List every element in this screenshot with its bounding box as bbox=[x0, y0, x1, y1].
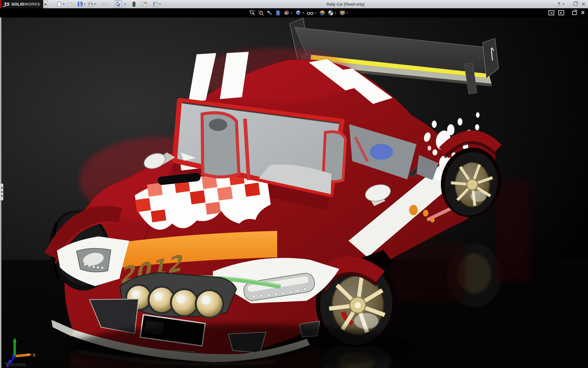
window-controls: ? ▼ ✕ bbox=[558, 0, 586, 8]
note-pencil-icon bbox=[142, 2, 147, 7]
options-button[interactable]: ▼ bbox=[152, 0, 162, 8]
new-dropdown-arrow[interactable]: ▼ bbox=[62, 3, 65, 6]
eyeglasses-icon bbox=[307, 10, 314, 16]
orientation-cube-icon bbox=[284, 10, 290, 16]
shaded-cube-icon bbox=[295, 10, 301, 16]
open-button[interactable]: ▼ bbox=[66, 0, 76, 8]
magnifier-fit-icon bbox=[249, 10, 255, 16]
apply-scene-dropdown-arrow[interactable]: ▼ bbox=[334, 12, 337, 14]
monitor-icon bbox=[339, 10, 345, 16]
document-window-controls: ◀ ▶ ✕ bbox=[548, 9, 585, 16]
collapse-arrow-icon bbox=[1, 195, 2, 197]
previous-view-button[interactable] bbox=[266, 10, 273, 16]
collapse-arrow-icon bbox=[1, 187, 2, 189]
open-dropdown-arrow[interactable]: ▼ bbox=[73, 3, 75, 6]
display-style-dropdown-arrow[interactable]: ▼ bbox=[302, 12, 304, 14]
view-settings-button[interactable]: ▼ bbox=[339, 10, 349, 16]
view-orientation-label: *Dimetric bbox=[4, 362, 26, 368]
pane-back-button[interactable]: ◀ bbox=[548, 10, 554, 15]
title-bar: ƷS SOLIDWORKS ▶ ▼ ▼ ▼ ▼ ▼ ▼ bbox=[0, 0, 588, 9]
close-button[interactable]: ✕ bbox=[582, 0, 586, 8]
select-dropdown-arrow[interactable]: ▼ bbox=[124, 3, 126, 6]
solidworks-logo: ƷS SOLIDWORKS bbox=[0, 0, 43, 8]
window-title: Rally Car [Read-only] bbox=[326, 0, 364, 8]
new-button[interactable]: ▼ bbox=[56, 0, 66, 8]
cursor-arrow-icon bbox=[116, 2, 121, 7]
magnifier-area-icon bbox=[258, 10, 264, 16]
open-folder-icon bbox=[67, 2, 72, 7]
toolbar-flyout-arrow[interactable]: ▶ bbox=[44, 1, 48, 8]
collapse-arrow-icon bbox=[1, 191, 2, 193]
view-orientation-button[interactable]: ▼ bbox=[283, 10, 293, 16]
pane-forward-button[interactable]: ▶ bbox=[558, 10, 564, 15]
color-sphere-icon bbox=[319, 10, 325, 16]
display-style-button[interactable]: ▼ bbox=[295, 10, 305, 16]
save-dropdown-arrow[interactable]: ▼ bbox=[83, 3, 86, 6]
view-orientation-dropdown-arrow[interactable]: ▼ bbox=[290, 12, 293, 14]
rebuild-button[interactable] bbox=[131, 0, 137, 8]
select-dropdown[interactable]: ▼ bbox=[122, 0, 127, 8]
triad-x-label: X bbox=[32, 352, 36, 358]
help-button[interactable]: ? bbox=[558, 0, 560, 8]
section-view-button[interactable] bbox=[274, 10, 282, 16]
brand-name-bold: SOLID bbox=[11, 2, 24, 6]
select-button[interactable] bbox=[115, 0, 122, 8]
traffic-light-icon bbox=[132, 2, 136, 7]
back-arrow-wand-icon bbox=[266, 10, 273, 16]
zoom-to-fit-button[interactable] bbox=[249, 10, 256, 16]
edit-appearance-button[interactable] bbox=[318, 10, 326, 16]
triad-x-axis bbox=[16, 355, 29, 356]
zoom-to-area-button[interactable] bbox=[257, 10, 265, 16]
floppy-disk-icon bbox=[77, 2, 83, 7]
doc-close-button[interactable]: ✕ bbox=[581, 10, 585, 15]
printer-icon bbox=[88, 2, 93, 7]
headlight-left bbox=[77, 248, 111, 272]
view-settings-dropdown-arrow[interactable]: ▼ bbox=[346, 12, 349, 14]
headsup-view-toolbar: ▼ ▼ ▼ ▼ ▼ bbox=[249, 9, 349, 17]
car-shadow bbox=[70, 324, 413, 368]
apply-scene-button[interactable]: ▼ bbox=[327, 10, 337, 16]
undo-dropdown-arrow[interactable]: ▼ bbox=[108, 3, 110, 6]
hide-show-items-button[interactable]: ▼ bbox=[306, 10, 317, 16]
brand-name-rest: WORKS bbox=[24, 2, 40, 6]
standard-toolbar: ▼ ▼ ▼ ▼ ▼ ▼ bbox=[56, 0, 162, 8]
brand-3ds-glyph: ƷS bbox=[3, 2, 10, 7]
restore-button[interactable] bbox=[573, 0, 577, 8]
new-document-icon bbox=[57, 2, 62, 7]
print-dropdown-arrow[interactable]: ▼ bbox=[94, 3, 96, 6]
checkered-sphere-icon bbox=[328, 10, 334, 16]
section-cut-icon bbox=[275, 10, 281, 16]
scene-3d[interactable]: 2012 bbox=[0, 8, 588, 368]
undo-button[interactable]: ▼ bbox=[101, 0, 111, 8]
hide-show-dropdown-arrow[interactable]: ▼ bbox=[314, 12, 317, 14]
save-button[interactable]: ▼ bbox=[77, 0, 87, 8]
file-properties-button[interactable] bbox=[141, 0, 148, 8]
graphics-viewport[interactable]: 2012 bbox=[0, 8, 588, 368]
undo-arrow-icon bbox=[102, 2, 107, 7]
document-window-strip: ▼ ▼ ▼ ▼ ▼ ◀ ▶ bbox=[0, 8, 588, 17]
checklist-icon bbox=[153, 2, 158, 7]
options-dropdown-arrow[interactable]: ▼ bbox=[159, 3, 161, 6]
brand-red-strip bbox=[0, 0, 1, 8]
help-dropdown-arrow[interactable]: ▼ bbox=[562, 3, 565, 6]
print-button[interactable]: ▼ bbox=[87, 0, 97, 8]
doc-restore-button[interactable] bbox=[572, 9, 577, 16]
collapsed-pane-tab[interactable] bbox=[0, 183, 3, 201]
